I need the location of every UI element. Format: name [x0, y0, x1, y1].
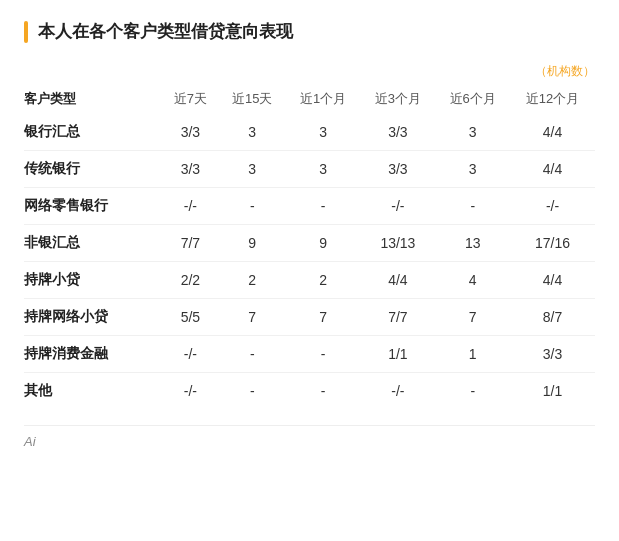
col-header-type: 客户类型 [24, 84, 162, 114]
cell-d6m: - [435, 373, 510, 410]
cell-d12m: 17/16 [510, 225, 595, 262]
cell-type: 持牌网络小贷 [24, 299, 162, 336]
cell-type: 非银汇总 [24, 225, 162, 262]
cell-d7: 2/2 [162, 262, 219, 299]
table-row: 其他-/----/--1/1 [24, 373, 595, 410]
col-header-d12m: 近12个月 [510, 84, 595, 114]
cell-d15: 7 [219, 299, 286, 336]
col-header-d15: 近15天 [219, 84, 286, 114]
cell-type: 持牌小贷 [24, 262, 162, 299]
subtitle-row: （机构数） [24, 63, 595, 80]
footer-row: Ai [24, 425, 595, 449]
table-row: 持牌消费金融-/---1/113/3 [24, 336, 595, 373]
cell-type: 其他 [24, 373, 162, 410]
cell-d15: - [219, 373, 286, 410]
cell-d1m: - [286, 188, 361, 225]
cell-d12m: 8/7 [510, 299, 595, 336]
cell-d7: -/- [162, 188, 219, 225]
main-container: 本人在各个客户类型借贷意向表现 （机构数） 客户类型 近7天 近15天 近1个月… [0, 0, 619, 469]
table-row: 网络零售银行-/----/---/- [24, 188, 595, 225]
cell-d1m: 3 [286, 151, 361, 188]
cell-d12m: 4/4 [510, 151, 595, 188]
cell-d6m: 1 [435, 336, 510, 373]
cell-d6m: 7 [435, 299, 510, 336]
cell-d12m: 4/4 [510, 114, 595, 151]
cell-d7: 5/5 [162, 299, 219, 336]
cell-d15: 2 [219, 262, 286, 299]
cell-d1m: 3 [286, 114, 361, 151]
table-row: 银行汇总3/3333/334/4 [24, 114, 595, 151]
subtitle-note: （机构数） [535, 63, 595, 80]
table-row: 非银汇总7/79913/131317/16 [24, 225, 595, 262]
table-row: 持牌小贷2/2224/444/4 [24, 262, 595, 299]
cell-d1m: - [286, 336, 361, 373]
cell-d15: 3 [219, 151, 286, 188]
cell-d6m: 3 [435, 151, 510, 188]
cell-d7: 3/3 [162, 114, 219, 151]
table-header-row: 客户类型 近7天 近15天 近1个月 近3个月 近6个月 近12个月 [24, 84, 595, 114]
cell-d6m: 13 [435, 225, 510, 262]
data-table: 客户类型 近7天 近15天 近1个月 近3个月 近6个月 近12个月 银行汇总3… [24, 84, 595, 409]
cell-d3m: 4/4 [361, 262, 436, 299]
table-body: 银行汇总3/3333/334/4传统银行3/3333/334/4网络零售银行-/… [24, 114, 595, 409]
cell-d3m: 13/13 [361, 225, 436, 262]
cell-d12m: 1/1 [510, 373, 595, 410]
page-title: 本人在各个客户类型借贷意向表现 [38, 20, 293, 43]
cell-d12m: 4/4 [510, 262, 595, 299]
col-header-d6m: 近6个月 [435, 84, 510, 114]
cell-d15: 9 [219, 225, 286, 262]
cell-d7: -/- [162, 373, 219, 410]
cell-d1m: 7 [286, 299, 361, 336]
cell-d1m: 9 [286, 225, 361, 262]
cell-d1m: - [286, 373, 361, 410]
cell-d12m: 3/3 [510, 336, 595, 373]
cell-type: 网络零售银行 [24, 188, 162, 225]
cell-d1m: 2 [286, 262, 361, 299]
cell-type: 银行汇总 [24, 114, 162, 151]
cell-d12m: -/- [510, 188, 595, 225]
cell-d6m: 3 [435, 114, 510, 151]
cell-d3m: 3/3 [361, 114, 436, 151]
cell-type: 持牌消费金融 [24, 336, 162, 373]
title-accent [24, 21, 28, 43]
table-row: 持牌网络小贷5/5777/778/7 [24, 299, 595, 336]
cell-d6m: 4 [435, 262, 510, 299]
col-header-d3m: 近3个月 [361, 84, 436, 114]
table-row: 传统银行3/3333/334/4 [24, 151, 595, 188]
cell-d15: - [219, 336, 286, 373]
cell-d7: 3/3 [162, 151, 219, 188]
ai-badge: Ai [24, 434, 36, 449]
col-header-d1m: 近1个月 [286, 84, 361, 114]
cell-d3m: -/- [361, 188, 436, 225]
title-bar: 本人在各个客户类型借贷意向表现 [24, 20, 595, 43]
cell-type: 传统银行 [24, 151, 162, 188]
cell-d3m: 3/3 [361, 151, 436, 188]
cell-d15: 3 [219, 114, 286, 151]
cell-d6m: - [435, 188, 510, 225]
cell-d3m: 7/7 [361, 299, 436, 336]
cell-d3m: 1/1 [361, 336, 436, 373]
cell-d3m: -/- [361, 373, 436, 410]
cell-d7: 7/7 [162, 225, 219, 262]
cell-d15: - [219, 188, 286, 225]
col-header-d7: 近7天 [162, 84, 219, 114]
cell-d7: -/- [162, 336, 219, 373]
